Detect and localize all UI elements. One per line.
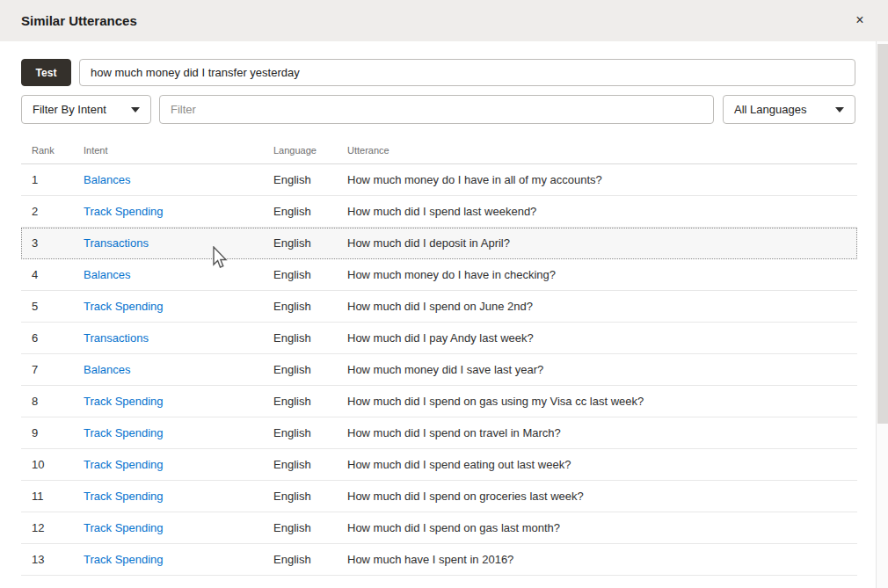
intent-link[interactable]: Balances — [84, 268, 130, 281]
intent-link[interactable]: Track Spending — [84, 490, 164, 503]
table-row[interactable]: 12 Track Spending English How much did I… — [21, 512, 857, 544]
table-row[interactable]: 7 Balances English How much money did I … — [21, 354, 857, 386]
language-cell: English — [273, 521, 311, 534]
dialog-title: Similar Utterances — [21, 13, 137, 28]
test-utterance-input[interactable] — [79, 59, 855, 86]
table-body: 1 Balances English How much money do I h… — [21, 164, 857, 576]
rank-cell: 5 — [32, 300, 38, 313]
table-row[interactable]: 6 Transactions English How much did I pa… — [21, 323, 857, 354]
utterance-cell: How much did I pay Andy last week? — [347, 331, 534, 345]
filter-by-intent-dropdown[interactable]: Filter By Intent — [21, 95, 151, 124]
language-cell: English — [273, 236, 311, 250]
utterance-cell: How much did I spend on gas last month? — [347, 521, 560, 534]
language-cell: English — [273, 395, 311, 408]
vertical-scrollbar-thumb[interactable] — [877, 44, 888, 424]
utterance-cell: How much money did I save last year? — [347, 363, 543, 376]
table-row[interactable]: 13 Track Spending English How much have … — [21, 544, 857, 576]
similar-utterances-dialog: { "dialog": { "title": "Similar Utteranc… — [0, 0, 888, 588]
language-cell: English — [273, 490, 311, 503]
rank-cell: 12 — [32, 521, 44, 534]
rank-cell: 2 — [32, 205, 38, 218]
language-cell: English — [273, 205, 311, 218]
intent-link[interactable]: Transactions — [84, 331, 149, 345]
rank-cell: 10 — [32, 458, 44, 471]
intent-link[interactable]: Transactions — [84, 236, 149, 250]
rank-cell: 7 — [32, 363, 38, 376]
language-cell: English — [273, 363, 311, 376]
test-button[interactable]: Test — [21, 59, 71, 86]
language-cell: English — [273, 300, 311, 313]
intent-link[interactable]: Track Spending — [84, 553, 164, 566]
rank-cell: 8 — [32, 395, 38, 408]
language-cell: English — [273, 331, 311, 345]
rank-cell: 1 — [32, 173, 38, 186]
table-row[interactable]: 5 Track Spending English How much did I … — [21, 291, 857, 323]
rank-cell: 11 — [32, 490, 44, 503]
filter-input[interactable] — [159, 95, 714, 124]
rank-cell: 9 — [32, 426, 38, 439]
vertical-scrollbar-track[interactable] — [876, 41, 888, 588]
chevron-down-icon — [131, 107, 140, 113]
utterance-cell: How much money do I have in all of my ac… — [347, 173, 602, 186]
table-row[interactable]: 9 Track Spending English How much did I … — [21, 417, 857, 449]
rank-cell: 13 — [32, 553, 44, 566]
filter-by-intent-label: Filter By Intent — [33, 103, 106, 116]
rank-cell: 3 — [32, 236, 38, 250]
close-icon[interactable]: × — [851, 11, 869, 29]
table-row[interactable]: 3 Transactions English How much did I de… — [21, 228, 857, 259]
utterance-cell: How much did I spend on groceries last w… — [347, 490, 584, 503]
utterance-cell: How much did I spend on travel in March? — [347, 426, 561, 439]
intent-link[interactable]: Balances — [84, 363, 130, 376]
utterance-cell: How much money do I have in checking? — [347, 268, 556, 281]
table-row[interactable]: 8 Track Spending English How much did I … — [21, 386, 857, 417]
intent-link[interactable]: Track Spending — [84, 426, 164, 439]
utterance-cell: How much did I spend eating out last wee… — [347, 458, 571, 471]
intent-link[interactable]: Track Spending — [84, 458, 164, 471]
column-header-rank: Rank — [32, 145, 55, 156]
chevron-down-icon — [835, 107, 844, 113]
table-header-row: Rank Intent Language Utterance — [21, 138, 857, 164]
utterance-cell: How much have I spent in 2016? — [347, 553, 513, 566]
table-row[interactable]: 4 Balances English How much money do I h… — [21, 259, 857, 291]
table-row[interactable]: 11 Track Spending English How much did I… — [21, 481, 857, 512]
utterance-cell: How much did I spend last weekend? — [347, 205, 536, 218]
similar-utterances-table: Rank Intent Language Utterance 1 Balance… — [21, 138, 857, 576]
language-cell: English — [273, 553, 311, 566]
column-header-intent: Intent — [84, 145, 108, 156]
rank-cell: 6 — [32, 331, 38, 345]
utterance-cell: How much did I deposit in April? — [347, 236, 510, 250]
intent-link[interactable]: Track Spending — [84, 205, 164, 218]
language-cell: English — [273, 426, 311, 439]
language-cell: English — [273, 173, 311, 186]
table-row[interactable]: 1 Balances English How much money do I h… — [21, 164, 857, 196]
dialog-header: Similar Utterances — [0, 0, 888, 41]
language-cell: English — [273, 268, 311, 281]
rank-cell: 4 — [32, 268, 38, 281]
intent-link[interactable]: Track Spending — [84, 395, 164, 408]
language-dropdown-label: All Languages — [734, 103, 806, 116]
utterance-cell: How much did I spend on gas using my Vis… — [347, 395, 644, 408]
column-header-language: Language — [273, 145, 317, 156]
intent-link[interactable]: Balances — [84, 173, 130, 186]
utterance-cell: How much did I spend on June 2nd? — [347, 300, 533, 313]
intent-link[interactable]: Track Spending — [84, 300, 164, 313]
language-cell: English — [273, 458, 311, 471]
table-row[interactable]: 10 Track Spending English How much did I… — [21, 449, 857, 481]
column-header-utterance: Utterance — [347, 145, 389, 156]
table-row[interactable]: 2 Track Spending English How much did I … — [21, 196, 857, 228]
language-dropdown[interactable]: All Languages — [723, 95, 855, 124]
intent-link[interactable]: Track Spending — [84, 521, 164, 534]
